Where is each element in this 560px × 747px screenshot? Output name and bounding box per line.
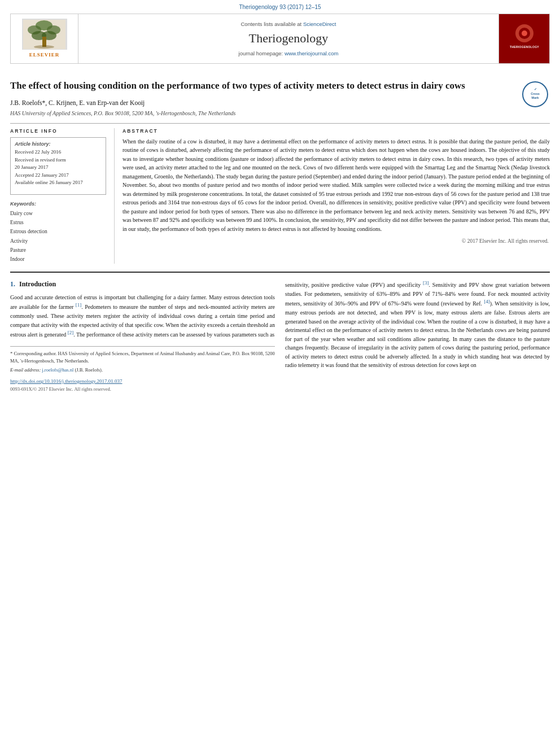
footnote-area: * Corresponding author. HAS University o… <box>10 346 275 393</box>
article-title-block: The effect of housing condition on the p… <box>10 80 550 93</box>
main-content: The effect of housing condition on the p… <box>0 64 560 393</box>
article-meta-row: ARTICLE INFO Article history: Received 2… <box>10 128 550 264</box>
journal-logo-area: THERIOGENOLOGY <box>498 14 549 63</box>
section-divider <box>10 272 550 273</box>
elsevier-text: ELSEVIER <box>29 51 60 59</box>
affiliation-text: HAS University of Applied Sciences, P.O.… <box>10 110 550 117</box>
keyword-3: Estrous detection <box>10 227 106 236</box>
copyright-notice: © 2017 Elsevier Inc. All rights reserved… <box>123 238 550 245</box>
svg-text:THERIOGENOLOGY: THERIOGENOLOGY <box>510 45 539 49</box>
intro-heading: 1. Introduction <box>10 279 275 289</box>
elsevier-tree-icon <box>22 19 67 50</box>
sciencedirect-line: Contents lists available at ScienceDirec… <box>241 20 336 28</box>
svg-point-11 <box>522 30 527 36</box>
keyword-2: Estrus <box>10 218 106 227</box>
header-divider <box>10 123 550 124</box>
keyword-4: Activity <box>10 237 106 246</box>
header-top-row: ELSEVIER Contents lists available at Sci… <box>11 14 549 63</box>
keywords-list: Dairy cow Estrus Estrous detection Activ… <box>10 209 106 264</box>
email-link[interactable]: j.roelofs@has.nl <box>42 367 73 373</box>
sciencedirect-link[interactable]: ScienceDirect <box>303 21 336 27</box>
article-history-box: Article history: Received 22 July 2016 R… <box>10 137 106 195</box>
footnote-star: * Corresponding author. HAS University o… <box>10 350 275 365</box>
authors-text: J.B. Roelofs*, C. Krijnen, E. van Erp-va… <box>10 99 145 106</box>
authors-line: J.B. Roelofs*, C. Krijnen, E. van Erp-va… <box>10 98 550 107</box>
article-history-label: Article history: <box>15 141 102 148</box>
article-dates: Received 22 July 2016 Received in revise… <box>15 148 102 187</box>
footnote-email: E-mail address: j.roelofs@has.nl (J.B. R… <box>10 366 275 374</box>
crossmark-badge[interactable]: ✓CrossMark <box>520 80 550 109</box>
article-title-text: The effect of housing condition on the p… <box>10 80 465 91</box>
journal-citation: Theriogenology 93 (2017) 12–15 <box>239 4 321 10</box>
journal-header: ELSEVIER Contents lists available at Sci… <box>10 14 550 64</box>
doi-link[interactable]: http://dx.doi.org/10.1016/j.theriogenolo… <box>10 378 275 385</box>
journal-homepage-link[interactable]: www.theriojournal.com <box>285 50 339 56</box>
journal-title-area: Contents lists available at ScienceDirec… <box>78 14 498 63</box>
body-left-column: 1. Introduction Good and accurate detect… <box>10 279 275 393</box>
footer-links-area: http://dx.doi.org/10.1016/j.theriogenolo… <box>10 378 275 392</box>
revised-date: 20 January 2017 <box>15 164 49 170</box>
journal-name: Theriogenology <box>249 30 329 47</box>
svg-point-7 <box>34 45 54 49</box>
body-content-row: 1. Introduction Good and accurate detect… <box>10 279 550 393</box>
journal-top-link: Theriogenology 93 (2017) 12–15 <box>0 0 560 14</box>
keyword-1: Dairy cow <box>10 209 106 218</box>
footer-copyright: 0093-691X/© 2017 Elsevier Inc. All right… <box>10 386 275 393</box>
keyword-6: Indoor <box>10 255 106 264</box>
available-date: Available online 26 January 2017 <box>15 180 83 185</box>
abstract-text: When the daily routine of a cow is distu… <box>123 137 550 234</box>
keywords-label: Keywords: <box>10 200 106 208</box>
intro-text-left: Good and accurate detection of estrus is… <box>10 293 275 339</box>
article-info-column: ARTICLE INFO Article history: Received 2… <box>10 128 115 264</box>
email-person: (J.B. Roelofs). <box>75 367 103 373</box>
received-date: Received 22 July 2016 <box>15 149 61 155</box>
elsevier-logo: ELSEVIER <box>22 19 67 59</box>
received-revised-label: Received in revised form <box>15 157 66 163</box>
journal-logo: THERIOGENOLOGY <box>503 20 545 57</box>
body-right-column: sensitivity, positive predictive value (… <box>285 279 550 393</box>
abstract-heading: ABSTRACT <box>123 128 550 135</box>
abstract-column: ABSTRACT When the daily routine of a cow… <box>115 128 550 264</box>
intro-text-right: sensitivity, positive predictive value (… <box>285 279 550 370</box>
keyword-5: Pasture <box>10 246 106 255</box>
accepted-date: Accepted 22 January 2017 <box>15 172 69 178</box>
crossmark-icon: ✓CrossMark <box>522 81 548 107</box>
article-info-heading: ARTICLE INFO <box>10 128 106 135</box>
journal-homepage: journal homepage: www.theriojournal.com <box>239 50 339 57</box>
elsevier-logo-area: ELSEVIER <box>11 14 78 63</box>
